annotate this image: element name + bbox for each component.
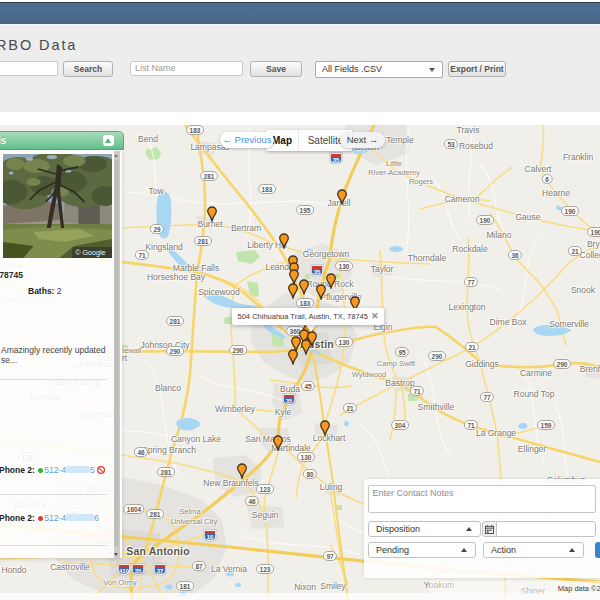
svg-text:© Google: © Google [75,249,105,257]
